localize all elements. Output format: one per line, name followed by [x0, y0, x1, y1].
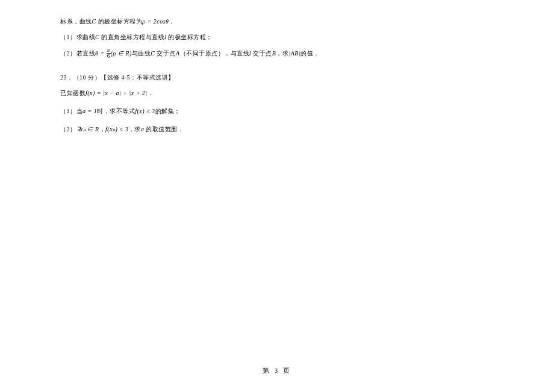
text: ，求	[128, 126, 141, 132]
page-number: 第 3 页	[263, 367, 291, 374]
text: ．	[148, 90, 154, 96]
denominator: 6	[107, 54, 111, 59]
text: 的极坐标方程为	[96, 18, 143, 25]
text: 与曲线	[132, 50, 151, 57]
exists-x0: ∃x₀ ∈ R	[76, 126, 99, 132]
a-eq-1: a = 1	[82, 108, 97, 114]
theta-eq: θ =	[95, 50, 107, 57]
var-a: A	[176, 50, 180, 57]
text: （1）当	[60, 108, 82, 114]
text: 的直角坐标方程与直线	[99, 34, 164, 40]
text: ，	[99, 126, 106, 132]
problem-23-heading: 23．（10 分）【选修 4-5：不等式选讲】	[60, 74, 175, 81]
line-3: （2）若直线θ = π6(ρ ∈ R)与曲线C 交于点A（不同于原点），与直线l…	[60, 48, 494, 60]
paren: (ρ ∈ R)	[111, 50, 132, 57]
line-2: （1）求曲线C 的直角坐标方程与直线l 的极坐标方程；	[60, 33, 494, 42]
abs-ab: |AB|	[288, 50, 300, 57]
page-footer: 第 3 页	[0, 366, 554, 375]
text: 的取值范围．	[144, 126, 184, 132]
fraction-pi-6: π6	[107, 48, 111, 59]
inequality-x0: f(x₀) ≤ 3	[105, 126, 128, 132]
page-content: 标系，曲线C 的极坐标方程为ρ = 2cosθ． （1）求曲线C 的直角坐标方程…	[60, 17, 494, 140]
text: 交于点	[155, 50, 176, 57]
function-def: f(x) = |x − a| + |x + 2|	[86, 90, 148, 96]
line-7: （2）∃x₀ ∈ R，f(x₀) ≤ 3，求a 的取值范围．	[60, 125, 494, 134]
text: 已知函数	[60, 90, 86, 96]
equation: ρ = 2cosθ	[142, 18, 169, 25]
line-1: 标系，曲线C 的极坐标方程为ρ = 2cosθ．	[60, 17, 494, 26]
text: （1）求曲线	[60, 34, 95, 40]
line-4-heading: 23．（10 分）【选修 4-5：不等式选讲】	[60, 73, 494, 82]
text: ，求	[276, 50, 288, 57]
line-5: 已知函数f(x) = |x − a| + |x + 2|．	[60, 89, 494, 98]
inequality: f(x) ≤ 3	[135, 108, 155, 114]
line-6: （1）当a = 1时，求不等式f(x) ≤ 3的解集；	[60, 107, 494, 116]
text: 的解集；	[155, 108, 181, 114]
text: （2）	[60, 126, 76, 132]
text: 的极坐标方程；	[166, 34, 213, 40]
text: 标系，曲线	[60, 18, 92, 25]
text: 的值．	[300, 50, 320, 57]
text: ．	[169, 18, 175, 25]
var-c: C	[92, 18, 96, 25]
text: （2）若直线	[60, 50, 95, 57]
text: 时，求不等式	[97, 108, 135, 114]
text: 交于点	[251, 50, 272, 57]
text: （不同于原点），与直线	[180, 50, 250, 57]
